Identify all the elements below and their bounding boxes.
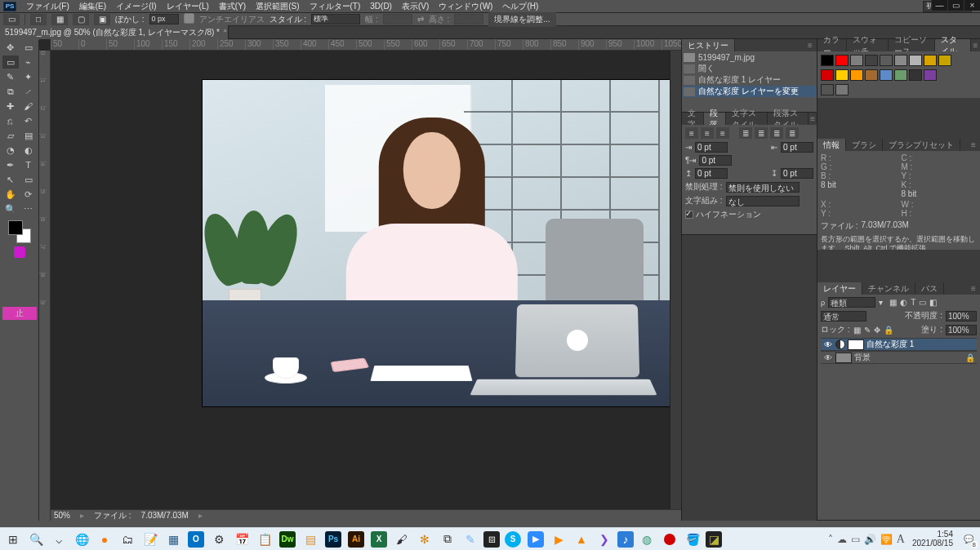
quick-mask-toggle[interactable] <box>14 246 25 258</box>
style-swatch[interactable] <box>821 55 834 66</box>
space-after-input[interactable]: 0 pt <box>781 168 813 179</box>
info-panel-menu-icon[interactable]: ≡ <box>967 139 980 151</box>
intersect-selection-icon[interactable]: ▣ <box>94 14 110 25</box>
new-selection-icon[interactable]: □ <box>30 14 47 25</box>
style-swatch[interactable] <box>880 69 893 81</box>
start-button[interactable]: ⊞ <box>3 530 23 548</box>
taskbar-clock[interactable]: 1:54 2021/08/15 <box>909 530 956 548</box>
excel-icon[interactable]: X <box>369 530 389 548</box>
kumi-select[interactable]: なし <box>726 196 800 206</box>
artboard-tool[interactable]: ▭ <box>20 41 37 54</box>
photoshop-icon[interactable]: Ps <box>323 530 343 548</box>
align-left[interactable]: ≡ <box>685 127 698 139</box>
tasks-icon[interactable]: 📋 <box>255 530 274 548</box>
paths-tab[interactable]: パス <box>915 282 944 295</box>
menu-image[interactable]: イメージ(I) <box>111 0 161 14</box>
chrome-icon[interactable]: 🌐 <box>72 530 91 548</box>
paragraph-tab[interactable]: 段落 <box>704 113 726 125</box>
hand-tool[interactable]: ✋ <box>2 188 19 201</box>
style-swatch[interactable] <box>835 69 849 81</box>
layers-panel-menu-icon[interactable]: ≡ <box>967 282 980 295</box>
clone-tool[interactable]: ⎌ <box>2 114 19 127</box>
justify-last-left[interactable]: ≣ <box>739 127 752 139</box>
brush-tool[interactable]: 🖌 <box>20 100 37 113</box>
document-canvas[interactable] <box>203 80 681 406</box>
bucket-icon[interactable]: 🪣 <box>683 530 702 548</box>
blend-mode-select[interactable]: 通常 <box>821 311 866 322</box>
style-swatch[interactable] <box>850 55 863 66</box>
hyphenation-checkbox[interactable] <box>685 211 693 219</box>
lasso-tool[interactable]: ⌁ <box>20 55 37 69</box>
media-icon[interactable]: ▶ <box>549 530 568 548</box>
style-swatch[interactable] <box>894 69 907 81</box>
layer-thumb[interactable] <box>835 353 852 363</box>
gradient-tool[interactable]: ▤ <box>20 129 37 142</box>
terminal-icon[interactable]: ⧉ <box>438 530 457 548</box>
ime-indicator[interactable]: A <box>897 533 905 546</box>
justify-all[interactable]: ≣ <box>786 127 799 139</box>
illustrator-icon[interactable]: Ai <box>346 530 366 548</box>
style-swatch[interactable] <box>835 55 849 66</box>
swatches-tab[interactable]: スウォッチ <box>847 39 888 51</box>
search-button[interactable]: 🔍 <box>26 530 46 548</box>
music-icon[interactable]: ♪ <box>617 531 634 548</box>
style-swatch[interactable] <box>835 84 849 95</box>
quick-select-tool[interactable]: ✎ <box>2 70 19 83</box>
layers-tab[interactable]: レイヤー <box>817 282 862 295</box>
style-swatch[interactable] <box>821 84 834 95</box>
calendar-icon[interactable]: 📅 <box>232 530 252 548</box>
marquee-tool[interactable]: ▭ <box>2 55 19 69</box>
firefox-icon[interactable]: ● <box>95 530 114 548</box>
skype-icon[interactable]: S <box>503 530 523 548</box>
char-tab[interactable]: 文字 <box>682 113 704 125</box>
clone-source-tab[interactable]: コピーソース <box>889 39 936 51</box>
menu-filter[interactable]: フィルター(T) <box>305 0 366 14</box>
history-tab[interactable]: ヒストリー <box>682 39 735 51</box>
styles-tab[interactable]: スタイル <box>935 39 970 51</box>
notepad-icon[interactable]: 📝 <box>140 530 160 548</box>
style-swatch[interactable] <box>894 55 907 66</box>
cloud-icon[interactable]: ☁ <box>837 534 847 545</box>
paint-icon[interactable]: 🖌 <box>392 530 412 548</box>
kinsoku-select[interactable]: 禁則を使用しない <box>726 182 800 193</box>
battery-icon[interactable]: ▭ <box>851 534 860 545</box>
brush-preset-tab[interactable]: ブラシプリセット <box>883 139 960 151</box>
window-close-button[interactable]: × <box>964 0 980 11</box>
history-source[interactable]: 5199497_m.jpg <box>682 51 817 63</box>
style-swatch[interactable] <box>909 69 922 81</box>
feather-input[interactable]: 0 px <box>149 14 179 24</box>
dark-app-icon[interactable]: ◪ <box>706 531 722 548</box>
dreamweaver-icon[interactable]: Dw <box>278 530 297 548</box>
magic-wand-tool[interactable]: ✦ <box>20 70 37 83</box>
subtract-selection-icon[interactable]: ▢ <box>73 14 89 25</box>
layer-row[interactable]: 👁 背景 🔒 <box>821 351 977 364</box>
edit-toolbar[interactable]: ⋯ <box>20 202 37 215</box>
window-minimize-button[interactable]: — <box>931 0 947 11</box>
layer-name[interactable]: 背景 <box>854 352 871 363</box>
dodge-tool[interactable]: ◐ <box>20 144 37 157</box>
tray-chevron-icon[interactable]: ˄ <box>828 534 833 545</box>
settings-icon[interactable]: ⚙ <box>209 530 229 548</box>
indent-left-input[interactable]: 0 pt <box>695 142 728 153</box>
explorer-icon[interactable]: 🗂 <box>118 530 137 548</box>
fill-input[interactable]: 100% <box>946 325 977 335</box>
outlook-icon[interactable]: O <box>186 530 206 548</box>
visibility-toggle[interactable]: 👁 <box>822 339 833 350</box>
refine-edge-button[interactable]: 境界線を調整... <box>488 12 555 27</box>
justify-last-center[interactable]: ≣ <box>755 127 768 139</box>
layer-kind-select[interactable]: 種類 <box>828 297 875 308</box>
canvas-area[interactable]: 5005010015020025030035040045050055060065… <box>39 39 681 521</box>
justify-last-right[interactable]: ≣ <box>770 127 783 139</box>
add-selection-icon[interactable]: ▦ <box>51 14 68 25</box>
menu-file[interactable]: ファイル(F) <box>21 0 74 14</box>
align-right[interactable]: ≡ <box>716 127 729 139</box>
healing-tool[interactable]: ✚ <box>2 100 19 113</box>
path-select-tool[interactable]: ↖ <box>2 173 19 186</box>
char-style-tab[interactable]: 文字スタイル <box>726 113 768 125</box>
color-tab[interactable]: カラー <box>817 39 847 51</box>
pen-icon[interactable]: ✎ <box>461 530 480 548</box>
crop-tool[interactable]: ⧉ <box>2 85 19 98</box>
eraser-tool[interactable]: ▱ <box>2 129 19 142</box>
paragraph-panel-menu-icon[interactable]: ≡ <box>808 113 817 125</box>
network-icon[interactable]: 🛜 <box>880 534 893 545</box>
